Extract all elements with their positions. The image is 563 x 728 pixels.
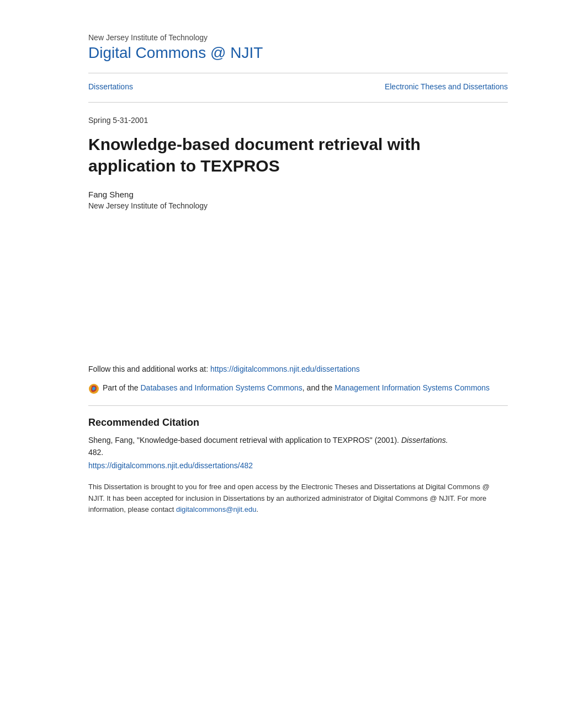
citation-doi-link[interactable]: https://digitalcommons.njit.edu/disserta… <box>88 461 253 470</box>
top-divider <box>88 73 508 73</box>
section-divider <box>88 405 508 406</box>
citation-italic: Dissertations. <box>401 436 448 445</box>
follow-section: Follow this and additional works at: htt… <box>88 365 508 373</box>
open-access-email-link[interactable]: digitalcommons@njit.edu <box>176 505 256 513</box>
site-title-link[interactable]: Digital Commons @ NJIT <box>88 44 263 61</box>
nav-divider <box>88 102 508 103</box>
open-access-text-after: . <box>256 505 258 513</box>
breadcrumb-nav: Dissertations Electronic Theses and Diss… <box>88 82 508 91</box>
part-of-text: Part of the Databases and Information Sy… <box>103 382 490 394</box>
part-of-prefix: Part of the <box>103 383 140 392</box>
document-title: Knowledge-based document retrieval with … <box>88 133 508 176</box>
part-of-separator: , and the <box>302 383 334 392</box>
citation-number: 482. <box>88 448 103 457</box>
part-of-link2[interactable]: Management Information Systems Commons <box>334 383 490 392</box>
recommended-citation-heading: Recommended Citation <box>88 417 508 429</box>
institution-name: New Jersey Institute of Technology <box>88 33 508 42</box>
bepress-icon <box>88 383 99 394</box>
breadcrumb-dissertations-link[interactable]: Dissertations <box>88 82 133 91</box>
site-title: Digital Commons @ NJIT <box>88 44 508 62</box>
follow-label: Follow this and additional works at: <box>88 365 210 373</box>
document-date: Spring 5-31-2001 <box>88 116 508 125</box>
citation-text: Sheng, Fang, "Knowledge-based document r… <box>88 434 508 459</box>
author-name: Fang Sheng <box>88 190 508 199</box>
part-of-section: Part of the Databases and Information Sy… <box>88 382 508 394</box>
citation-text-before: Sheng, Fang, "Knowledge-based document r… <box>88 436 401 445</box>
open-access-text: This Dissertation is brought to you for … <box>88 481 508 516</box>
author-institution: New Jersey Institute of Technology <box>88 201 508 210</box>
open-access-text-before: This Dissertation is brought to you for … <box>88 483 490 514</box>
breadcrumb-etd-link[interactable]: Electronic Theses and Dissertations <box>385 82 508 91</box>
follow-link[interactable]: https://digitalcommons.njit.edu/disserta… <box>210 365 360 373</box>
part-of-link1[interactable]: Databases and Information Systems Common… <box>140 383 302 392</box>
